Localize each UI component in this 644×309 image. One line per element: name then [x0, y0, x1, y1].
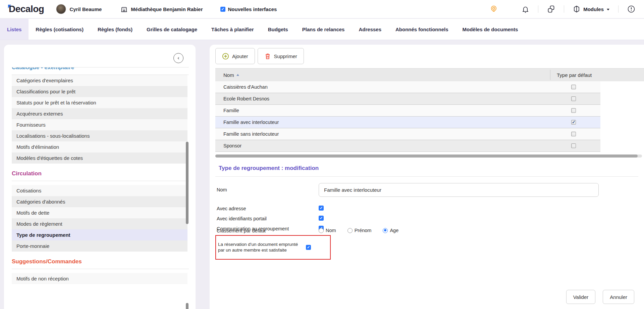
table-row[interactable]: Famille: [215, 105, 600, 117]
logo-accent-wedge: [8, 5, 11, 8]
circulation-items: Cotisations Catégories d'abonnés Motifs …: [12, 185, 187, 252]
table-toolbar: Ajouter Supprimer: [215, 48, 304, 64]
table-row[interactable]: Ecole Robert Desnos: [215, 93, 600, 105]
radio-age-label: Age: [390, 228, 398, 233]
row-name: Sponsor: [215, 143, 241, 148]
library-name: Médiathèque Benjamin Rabier: [131, 6, 203, 12]
column-header-nom[interactable]: Nom: [215, 72, 239, 78]
table-row[interactable]: Sponsor: [215, 140, 600, 152]
sidebar-collapse-button[interactable]: ‹: [173, 53, 183, 63]
delete-button-label: Supprimer: [274, 53, 297, 59]
cancel-button[interactable]: Annuler: [603, 290, 634, 304]
catalogue-items: Catégories d'exemplaires Classifications…: [12, 75, 187, 164]
sidebar-item-classifications-pret[interactable]: Classifications pour le prêt: [12, 86, 187, 97]
sidebar-item-statuts-pret-reservation[interactable]: Statuts pour le prêt et la réservation: [12, 97, 187, 108]
add-button[interactable]: Ajouter: [215, 48, 255, 64]
sort-ascending-icon: [236, 74, 239, 76]
table-row[interactable]: Caissières d'Auchan: [215, 81, 600, 93]
radio-icon-selected: [383, 228, 388, 233]
avec-adresse-label: Avec adresse: [217, 206, 246, 211]
bell-icon[interactable]: [522, 5, 529, 13]
form-title: Type de regroupement : modification: [219, 165, 319, 172]
current-user[interactable]: Cyril Beaume: [56, 4, 102, 14]
sidebar-item-type-de-regroupement[interactable]: Type de regroupement: [12, 229, 187, 240]
table-row[interactable]: Famille sans interlocuteur: [215, 128, 600, 140]
sidebar-item-porte-monnaie[interactable]: Porte-monnaie: [12, 240, 187, 252]
column-header-type-par-defaut: Type par défaut: [557, 72, 592, 78]
radio-icon: [319, 228, 324, 233]
sidebar-item-categories-exemplaires[interactable]: Catégories d'exemplaires: [12, 75, 187, 86]
tab-listes[interactable]: Listes: [0, 19, 29, 40]
divider: [564, 5, 564, 13]
sidebar-item-modes-de-reglement[interactable]: Modes de règlement: [12, 218, 187, 229]
reservation-highlighted-field: La réservation d'un document emprunté pa…: [215, 235, 331, 260]
assistance-icon[interactable]: [489, 5, 498, 13]
validate-button[interactable]: Valider: [566, 290, 596, 304]
sidebar-item-localisations[interactable]: Localisations - sous-localisations: [12, 130, 187, 141]
radio-option-age[interactable]: Age: [383, 228, 398, 233]
reservation-label: La réservation d'un document emprunté pa…: [216, 242, 306, 253]
avec-identifiants-checkbox[interactable]: [319, 216, 324, 221]
links-icon[interactable]: [547, 5, 555, 13]
sidebar-scrollbar-thumb-lower[interactable]: [186, 303, 189, 309]
tab-grilles-catalogage[interactable]: Grilles de catalogage: [140, 19, 204, 40]
tab-modeles-de-documents[interactable]: Modèles de documents: [455, 19, 525, 40]
avec-identifiants-label: Avec identifiants portail: [217, 216, 267, 221]
new-interfaces-toggle[interactable]: Nouvelles interfaces: [220, 6, 277, 12]
default-type-checkbox[interactable]: [571, 143, 576, 148]
suggestions-items: Motifs de non réception: [12, 273, 187, 284]
radio-option-prenom[interactable]: Prénom: [347, 228, 372, 233]
avec-adresse-checkbox[interactable]: [319, 206, 324, 211]
default-type-checkbox[interactable]: [571, 85, 576, 89]
sidebar-item-fournisseurs[interactable]: Fournisseurs: [12, 119, 187, 130]
radio-prenom-label: Prénom: [355, 228, 372, 233]
main-panel: Ajouter Supprimer Nom: [210, 45, 644, 309]
reservation-checkbox[interactable]: [306, 245, 311, 250]
new-interfaces-checkbox[interactable]: [220, 7, 225, 12]
radio-option-nom[interactable]: Nom: [319, 228, 336, 233]
header-actions: Modules: [489, 5, 635, 13]
user-name: Cyril Beaume: [69, 6, 102, 12]
nom-field-label: Nom: [217, 187, 227, 192]
divider: [215, 176, 638, 177]
new-interfaces-label: Nouvelles interfaces: [228, 6, 277, 12]
sidebar-item-motifs-non-reception[interactable]: Motifs de non réception: [12, 273, 187, 284]
modules-label: Modules: [583, 6, 604, 12]
table-row-selected[interactable]: Famille avec interlocuteur: [215, 117, 600, 128]
user-avatar: [56, 4, 66, 14]
table-header: Nom Type par défaut: [215, 68, 644, 81]
sidebar-item-motifs-de-dette[interactable]: Motifs de dette: [12, 207, 187, 218]
info-icon[interactable]: [627, 5, 635, 13]
section-suggestions-title: Suggestions/Commandes: [12, 258, 189, 265]
tab-plans-de-relances[interactable]: Plans de relances: [295, 19, 352, 40]
column-divider: [550, 70, 550, 80]
modules-menu[interactable]: Modules: [573, 5, 609, 13]
section-catalogue-exemplaire: Catalogue - exemplaire: [12, 68, 189, 75]
sidebar-item-acquereurs-externes[interactable]: Acquéreurs externes: [12, 108, 187, 119]
content-area: ‹ Catalogue - exemplaire Catégories d'ex…: [0, 40, 644, 309]
tab-regles-fonds[interactable]: Règles (fonds): [91, 19, 140, 40]
add-plus-icon: [222, 53, 229, 60]
sidebar-scrollbar-thumb[interactable]: [186, 142, 189, 224]
section-circulation-title: Circulation: [12, 170, 189, 177]
classement-radio-group: Nom Prénom Age: [319, 228, 398, 233]
sidebar-item-motifs-elimination[interactable]: Motifs d'élimination: [12, 141, 187, 152]
tab-taches-a-planifier[interactable]: Tâches à planifier: [204, 19, 261, 40]
default-type-checkbox[interactable]: [571, 132, 576, 136]
horizontal-scrollbar-thumb[interactable]: [215, 154, 638, 158]
row-name: Ecole Robert Desnos: [215, 96, 269, 101]
tab-abonnes-fonctionnels[interactable]: Abonnés fonctionnels: [388, 19, 455, 40]
current-library[interactable]: Médiathèque Benjamin Rabier: [120, 5, 203, 13]
sidebar-item-modeles-etiquettes[interactable]: Modèles d'étiquettes de cotes: [12, 152, 187, 164]
sidebar-item-categories-abonnes[interactable]: Catégories d'abonnés: [12, 196, 187, 207]
classement-label: Classement par défaut: [217, 228, 266, 233]
default-type-checkbox[interactable]: [571, 120, 576, 125]
tab-budgets[interactable]: Budgets: [261, 19, 295, 40]
tab-regles-cotisations[interactable]: Règles (cotisations): [29, 19, 91, 40]
default-type-checkbox[interactable]: [571, 96, 576, 101]
delete-button[interactable]: Supprimer: [258, 48, 304, 64]
sidebar-item-cotisations[interactable]: Cotisations: [12, 185, 187, 196]
tab-adresses[interactable]: Adresses: [352, 19, 388, 40]
nom-input[interactable]: [319, 183, 599, 197]
default-type-checkbox[interactable]: [571, 108, 576, 113]
